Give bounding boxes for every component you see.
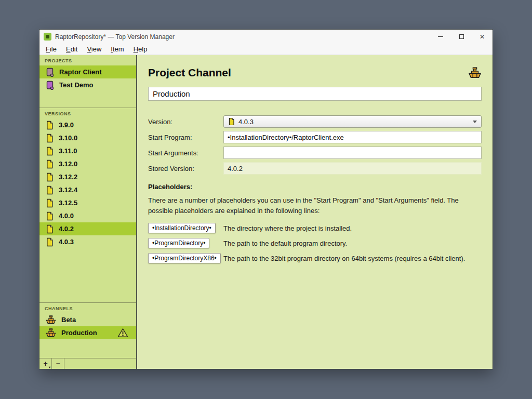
channel-item-beta[interactable]: Beta <box>39 313 136 326</box>
version-label: 4.0.0 <box>59 212 74 220</box>
version-document-icon <box>46 211 54 221</box>
project-item-test-demo[interactable]: Test Demo <box>39 78 136 91</box>
warning-icon <box>117 328 128 338</box>
start-program-field-label: Start Program: <box>148 134 223 141</box>
version-document-icon <box>46 185 54 195</box>
version-label: 3.12.2 <box>59 173 77 181</box>
menu-item[interactable]: Item <box>106 45 128 53</box>
version-item[interactable]: 4.0.0 <box>39 209 136 222</box>
stored-version-value: 4.0.2 <box>223 162 482 175</box>
version-label: 3.11.0 <box>59 147 77 155</box>
window-title: RaptorRepository* — Top Version Manager <box>55 33 175 41</box>
placeholder-token-program-directory-x86[interactable]: •ProgramDirectoryX86• <box>148 253 221 263</box>
version-document-icon <box>46 224 54 234</box>
version-item[interactable]: 3.11.0 <box>39 144 136 157</box>
version-item-selected[interactable]: 4.0.2 <box>39 222 136 235</box>
project-icon <box>46 81 54 90</box>
close-icon: ✕ <box>480 34 485 40</box>
project-label: Test Demo <box>59 81 94 89</box>
version-label: 4.0.3 <box>59 238 74 246</box>
desktop: { "window": { "title": "RaptorRepository… <box>0 0 532 399</box>
version-dropdown-value: 4.0.3 <box>238 118 254 126</box>
placeholder-token-program-directory[interactable]: •ProgramDirectory• <box>148 238 209 248</box>
menu-bar: File Edit View Item Help <box>39 44 493 55</box>
version-item[interactable]: 3.12.2 <box>39 170 136 183</box>
version-label: 3.12.4 <box>59 186 77 194</box>
channel-label: Production <box>61 329 97 337</box>
version-label: 3.10.0 <box>59 134 77 142</box>
placeholder-row: •InstallationDirectory• The directory wh… <box>148 222 482 234</box>
form-row-version: Version: 4.0.3 <box>148 115 482 128</box>
start-program-input[interactable] <box>223 131 482 143</box>
page-title: Project Channel <box>148 66 231 79</box>
stored-version-field-label: Stored Version: <box>148 165 223 172</box>
project-icon <box>46 68 54 77</box>
version-document-icon <box>46 134 54 143</box>
menu-file[interactable]: File <box>41 45 61 53</box>
version-item[interactable]: 4.0.3 <box>39 235 136 248</box>
version-item[interactable]: 3.12.4 <box>39 183 136 196</box>
title-bar: RaptorRepository* — Top Version Manager … <box>39 30 493 44</box>
channel-item-production[interactable]: Production <box>39 326 136 339</box>
projects-section-header: PROJECTS <box>39 55 136 65</box>
version-label: 3.12.0 <box>59 160 77 168</box>
window-content: PROJECTS Raptor Client Test Demo VERSION… <box>39 55 493 369</box>
channel-ship-icon <box>468 67 482 78</box>
menu-help[interactable]: Help <box>129 45 152 53</box>
versions-section-header: VERSIONS <box>39 108 136 118</box>
form-row-stored-version: Stored Version: 4.0.2 <box>148 162 482 175</box>
version-dropdown[interactable]: 4.0.3 <box>223 115 482 128</box>
channels-section-header: CHANNELS <box>39 303 136 313</box>
placeholders-description: There are a number of placeholders you c… <box>148 195 462 216</box>
version-item[interactable]: 3.12.0 <box>39 157 136 170</box>
app-icon <box>44 33 51 41</box>
placeholder-description: The path to the default program director… <box>223 240 347 247</box>
close-button[interactable]: ✕ <box>472 30 493 44</box>
channel-label: Beta <box>61 316 76 324</box>
version-document-icon <box>46 172 54 182</box>
channel-name-input[interactable] <box>148 87 482 101</box>
start-arguments-input[interactable] <box>223 147 482 159</box>
form-row-start-program: Start Program: <box>148 131 482 143</box>
channel-ship-icon <box>46 315 56 324</box>
add-dropdown-caret-icon: ▾ <box>49 365 50 369</box>
form-row-start-arguments: Start Arguments: <box>148 147 482 159</box>
version-label: 3.12.5 <box>59 199 77 207</box>
version-label: 3.9.0 <box>59 121 74 129</box>
maximize-button[interactable] <box>451 30 472 44</box>
version-item[interactable]: 3.10.0 <box>39 131 136 144</box>
version-document-icon <box>46 237 54 247</box>
version-document-icon <box>46 147 54 156</box>
remove-button[interactable]: − <box>52 358 64 369</box>
placeholder-description: The path to the 32bit program directory … <box>223 255 465 262</box>
channel-ship-icon <box>46 328 56 337</box>
sidebar: PROJECTS Raptor Client Test Demo VERSION… <box>39 55 137 369</box>
menu-view[interactable]: View <box>82 45 106 53</box>
main-header: Project Channel <box>148 65 482 80</box>
version-item[interactable]: 3.9.0 <box>39 118 136 131</box>
version-document-icon <box>46 121 54 130</box>
version-field-label: Version: <box>148 118 223 126</box>
placeholder-row: •ProgramDirectory• The path to the defau… <box>148 237 482 249</box>
version-document-icon <box>46 159 54 169</box>
version-label: 4.0.2 <box>59 225 74 233</box>
placeholder-token-installation-directory[interactable]: •InstallationDirectory• <box>148 223 216 233</box>
version-item[interactable]: 3.12.5 <box>39 196 136 209</box>
channel-form: Version: 4.0.3 Start Program: Start Argu… <box>148 115 482 175</box>
sidebar-toolbar: + ▾ − <box>39 358 136 369</box>
start-arguments-field-label: Start Arguments: <box>148 149 223 157</box>
version-document-icon <box>46 198 54 208</box>
version-document-icon <box>228 117 235 126</box>
project-label: Raptor Client <box>59 68 102 76</box>
minimize-button[interactable] <box>430 30 451 44</box>
window-controls: ✕ <box>430 30 493 44</box>
minimize-icon <box>438 36 443 37</box>
menu-edit[interactable]: Edit <box>61 45 82 53</box>
main-panel: Project Channel Version: 4.0.3 Start Pro… <box>137 55 493 369</box>
placeholder-row: •ProgramDirectoryX86• The path to the 32… <box>148 252 482 264</box>
add-button[interactable]: + ▾ <box>39 358 52 369</box>
project-item-raptor-client[interactable]: Raptor Client <box>39 65 136 78</box>
chevron-down-icon <box>473 121 477 123</box>
placeholders-label: Placeholders: <box>148 183 482 191</box>
app-window: RaptorRepository* — Top Version Manager … <box>39 30 493 369</box>
